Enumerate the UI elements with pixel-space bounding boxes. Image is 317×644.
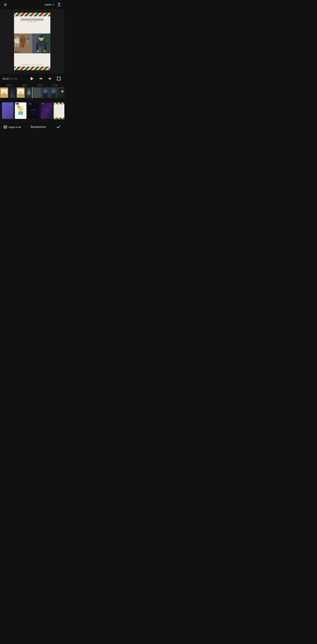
forward-icon	[48, 76, 52, 81]
templates-section: Pro Pro NEWS NEWS Pro	[0, 100, 64, 122]
preview-container: Use both fingers to resize your video 25…	[0, 9, 64, 74]
svg-rect-37	[45, 42, 46, 51]
rewind-icon	[39, 76, 43, 81]
template-pro3-label: Pro	[41, 103, 44, 104]
hint-text: Use both fingers to resize your video	[21, 18, 44, 21]
timeline-thumb-5[interactable]	[33, 87, 41, 98]
svg-rect-71	[18, 112, 23, 115]
svg-point-65	[52, 89, 56, 93]
timeline-thumb-6[interactable]	[41, 87, 50, 98]
timestamp-1: 00:50	[7, 84, 12, 86]
template-none[interactable]	[2, 102, 14, 119]
robots-illustration	[14, 34, 32, 53]
svg-rect-17	[21, 44, 22, 48]
svg-text:CALUTHER THE: CALUTHER THE	[18, 92, 23, 93]
control-buttons	[29, 76, 62, 82]
timestamp-4: 00:56	[53, 84, 58, 86]
timeline: 00:50 00:52 00:54 00:56 WHAT IF CLAUDE T…	[0, 84, 64, 100]
svg-text:WHAT IF: WHAT IF	[19, 91, 22, 92]
thumb-5-icon	[33, 88, 41, 98]
thumb-4-icon	[25, 88, 33, 98]
svg-rect-49	[10, 94, 15, 98]
person-illustration	[32, 34, 50, 53]
svg-rect-90	[56, 113, 64, 113]
svg-rect-30	[39, 44, 43, 47]
rewind-button[interactable]	[38, 76, 44, 82]
forward-button[interactable]	[47, 76, 53, 82]
svg-marker-38	[31, 77, 33, 80]
thumb-6-icon	[42, 88, 49, 98]
svg-point-62	[44, 89, 47, 93]
svg-text:WHAT IF: WHAT IF	[2, 92, 6, 92]
close-button[interactable]	[3, 2, 8, 7]
chevron-down-icon	[52, 4, 54, 6]
timeline-strip[interactable]: WHAT IF CLAUDE THE AI MAI? WHAT IF CALUT…	[0, 87, 64, 98]
header-right: 1080P	[44, 2, 62, 7]
template-pro1-preview	[15, 102, 26, 119]
apply-to-all-button[interactable]: Apply to all	[3, 125, 21, 129]
timeline-thumb-2[interactable]	[8, 87, 16, 98]
upload-button[interactable]	[56, 2, 62, 7]
plus-icon	[60, 89, 64, 93]
svg-text:NEWS: NEWS	[45, 111, 48, 112]
svg-rect-16	[21, 38, 24, 39]
zoomit-logo: Z ZOOMIT	[15, 51, 20, 53]
svg-point-58	[28, 90, 29, 91]
svg-rect-10	[14, 39, 15, 42]
svg-rect-77	[40, 102, 52, 119]
svg-rect-63	[43, 93, 48, 98]
resolution-button[interactable]: 1080P	[44, 3, 54, 6]
thumb-1-icon: WHAT IF CLAUDE THE AI MAI?	[0, 88, 8, 98]
timeline-thumb-4[interactable]	[25, 87, 33, 98]
svg-rect-8	[15, 44, 16, 47]
svg-rect-14	[21, 36, 22, 38]
total-time: 12:26	[11, 77, 17, 80]
timeline-timestamps: 00:50 00:52 00:54 00:56	[0, 84, 64, 87]
template-pro2[interactable]: Pro NEWS NEWS	[28, 102, 39, 119]
play-button[interactable]	[29, 76, 35, 82]
thumb-left: Z ZOOMIT	[14, 34, 32, 53]
template-xmas[interactable]	[54, 102, 64, 119]
svg-rect-60	[33, 88, 41, 98]
thumb-7-icon	[50, 88, 58, 98]
add-clip-button[interactable]	[58, 87, 64, 95]
fullscreen-button[interactable]	[56, 76, 62, 82]
time-display: 00:52 / 12:26	[3, 77, 29, 80]
svg-text:AI MAI?: AI MAI?	[3, 94, 6, 94]
thumb-right	[32, 34, 50, 53]
svg-point-29	[39, 35, 44, 38]
bottom-bar: Apply to all Background	[0, 122, 64, 134]
upper-blank	[14, 24, 50, 34]
checkmark-icon	[56, 125, 61, 129]
svg-point-23	[27, 38, 28, 39]
template-pro3[interactable]: Pro NEWS NEWS	[40, 102, 52, 119]
resolution-label: 1080P	[44, 3, 52, 6]
svg-text:CLAUDE THE: CLAUDE THE	[2, 93, 6, 94]
timeline-thumb-3[interactable]: WHAT IF CALUTHER THE AI MAI?	[16, 87, 25, 98]
timeline-thumb-7[interactable]	[50, 87, 58, 98]
timeline-thumb-1[interactable]: WHAT IF CLAUDE THE AI MAI?	[0, 87, 8, 98]
svg-point-48	[10, 89, 14, 94]
photo-credit: PHOTOGRAPHY BY VIAMAKERMAN	[22, 64, 42, 65]
bottom-christmas-border	[14, 66, 50, 70]
svg-rect-2	[58, 6, 61, 6]
svg-point-59	[29, 90, 30, 91]
date-text: 25 DEC, 2020	[16, 21, 49, 22]
play-icon	[30, 76, 34, 81]
svg-rect-19	[19, 39, 20, 42]
svg-rect-84	[54, 118, 64, 119]
video-frame[interactable]: Use both fingers to resize your video 25…	[14, 13, 50, 70]
svg-rect-66	[51, 93, 56, 98]
svg-text:NEWS: NEWS	[31, 109, 37, 111]
background-label: Background	[31, 125, 46, 129]
template-pro1-label: Pro	[16, 103, 19, 104]
svg-point-107	[4, 126, 7, 126]
svg-rect-39	[40, 78, 40, 80]
thumb-2-icon	[8, 88, 16, 98]
template-xmas-preview	[54, 103, 64, 119]
svg-rect-15	[23, 36, 24, 38]
confirm-button[interactable]	[56, 124, 61, 130]
template-pro1[interactable]: Pro	[15, 102, 26, 119]
svg-point-72	[17, 105, 20, 108]
svg-rect-40	[50, 78, 51, 80]
